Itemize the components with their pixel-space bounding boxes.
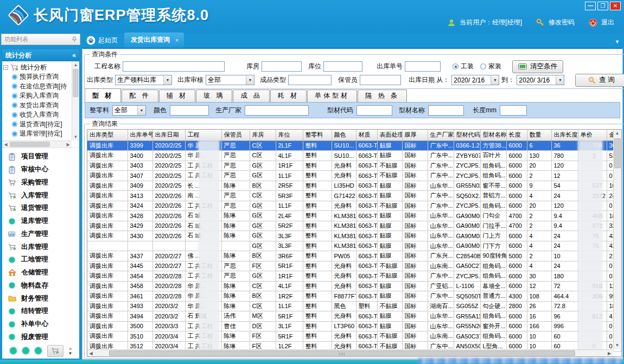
table-cell[interactable]: 整料	[303, 331, 332, 342]
table-cell[interactable]: 广东中...	[428, 171, 454, 181]
scroll-left-icon[interactable]: ◀	[2, 141, 9, 148]
table-cell[interactable]: 0366-1.2	[454, 141, 480, 151]
tree-item[interactable]: 发货出库查询	[3, 101, 71, 111]
table-cell[interactable]: G区	[250, 201, 276, 211]
table-cell[interactable]: 6063-T5	[356, 251, 377, 261]
table-cell[interactable]: 严思	[221, 191, 250, 201]
profile-name-input[interactable]	[428, 105, 464, 116]
column-header[interactable]: 出库长度	[551, 130, 578, 141]
table-cell[interactable]: GR55N02	[454, 181, 480, 191]
table-row[interactable]: 调拨出库34002020/2/25华 原...严思C区4L1F整料SU10...…	[87, 151, 621, 161]
table-cell[interactable]: 3L1F	[276, 321, 303, 331]
table-cell[interactable]: SQ50X2...	[454, 191, 480, 201]
table-cell[interactable]: 4700	[506, 211, 527, 221]
table-cell[interactable]: 6000	[506, 271, 527, 282]
table-cell[interactable]: ZYCJP5...	[454, 161, 480, 171]
table-cell[interactable]: 3430	[128, 231, 152, 241]
table-cell[interactable]: 山东南...	[428, 331, 454, 342]
table-cell[interactable]: 6000	[506, 321, 527, 331]
table-cell[interactable]: 3500	[128, 321, 152, 331]
table-cell[interactable]: 山东华...	[428, 181, 454, 191]
scroll-down-icon[interactable]: ▼	[72, 133, 79, 141]
table-cell[interactable]: 6063-T5	[356, 271, 377, 282]
table-cell[interactable]: 国标	[402, 151, 428, 161]
table-cell[interactable]: 国标	[402, 301, 428, 311]
table-cell[interactable]: 2020/2/25	[152, 141, 185, 151]
table-cell[interactable]: 严思	[221, 271, 250, 282]
table-cell[interactable]: 36	[551, 141, 578, 151]
table-cell[interactable]: 6063-T5	[356, 261, 377, 271]
table-cell[interactable]: 5R1F	[276, 261, 303, 271]
table-cell[interactable]: 2020/3/2	[152, 311, 185, 322]
table-cell[interactable]: 2020/3/4	[152, 331, 185, 342]
table-cell[interactable]: B区	[250, 181, 276, 191]
teal-circle-icon[interactable]	[10, 347, 17, 354]
tab-shipping-query[interactable]: 发货出库查询 ×	[124, 33, 184, 48]
scrollbar-thumb[interactable]	[614, 138, 621, 168]
table-cell[interactable]: 调拨出库	[87, 321, 128, 331]
table-cell[interactable]: 4700	[506, 221, 527, 231]
table-cell[interactable]: C区	[250, 191, 276, 201]
table-cell[interactable]: PW05	[332, 251, 356, 261]
table-cell[interactable]: 4L1F	[276, 281, 303, 291]
table-cell[interactable]: 山东华...	[428, 231, 454, 241]
table-cell[interactable]: 5R3F	[276, 191, 303, 201]
location-input[interactable]	[323, 61, 362, 72]
table-row[interactable]: 调拨出库34612020/2/28华 原...陈琳B区1R2F整料F8877FT…	[87, 291, 621, 302]
sidebar-item[interactable]: 审核中心	[8, 164, 79, 175]
table-cell[interactable]: F8877FT	[332, 291, 356, 302]
table-cell[interactable]: D区	[250, 321, 276, 331]
table-cell[interactable]: 780	[551, 151, 578, 161]
column-header[interactable]: 生产厂家	[428, 130, 454, 141]
sidebar-item[interactable]: 出库管理	[8, 241, 79, 252]
table-cell[interactable]: 6000	[506, 281, 527, 291]
table-cell[interactable]: 贴膜	[377, 311, 402, 322]
table-cell[interactable]: 国标	[402, 201, 428, 211]
table-cell[interactable]: 山东华...	[428, 321, 454, 331]
table-cell[interactable]: 6063-T5	[356, 221, 377, 231]
column-header[interactable]: 表面处理	[377, 130, 402, 141]
table-cell[interactable]: 广东中...	[428, 151, 454, 161]
tree-horizontal-scrollbar[interactable]: ◀ ▶	[2, 141, 72, 148]
sidebar-section-header[interactable]: 统计分析 «	[2, 49, 79, 61]
table-row[interactable]: 调拨出库34452020/2/27工 共工程严思F区5R1F整料光身料6063-…	[87, 261, 621, 271]
table-cell[interactable]: 不贴膜	[377, 261, 402, 271]
table-cell[interactable]: GA90M07.	[454, 221, 480, 231]
table-cell[interactable]: 严思	[221, 201, 250, 211]
table-cell[interactable]: 国标	[402, 271, 428, 282]
table-cell[interactable]: 2R5F	[276, 181, 303, 191]
table-cell[interactable]: 不贴膜	[377, 331, 402, 342]
table-cell[interactable]	[87, 241, 128, 251]
table-cell[interactable]: 6000	[506, 201, 527, 211]
table-cell[interactable]: 广亚铝...	[428, 281, 454, 291]
table-cell[interactable]: 陈琳	[221, 281, 250, 291]
table-cell[interactable]: 严思	[221, 161, 250, 171]
table-cell[interactable]: 1R1F	[276, 161, 303, 171]
table-cell[interactable]: 国标	[402, 191, 428, 201]
table-cell[interactable]: 整料	[303, 141, 332, 151]
table-cell[interactable]: 整料	[303, 231, 332, 241]
table-cell[interactable]: 2020/2/25	[152, 171, 185, 181]
grid-vertical-scrollbar[interactable]: ▲ ▼	[613, 130, 621, 349]
table-cell[interactable]: 12	[551, 171, 578, 181]
table-cell[interactable]: 严思	[221, 151, 250, 161]
table-cell[interactable]: G区	[250, 231, 276, 241]
table-cell[interactable]: 4	[527, 241, 551, 251]
tree-item[interactable]: 在途信息查询[待	[3, 82, 71, 92]
table-cell[interactable]: 整料	[303, 241, 332, 251]
sidebar-item[interactable]: 退库管理	[8, 216, 79, 227]
column-header[interactable]: 库房	[250, 130, 276, 141]
sidebar-item[interactable]: 项目管理	[8, 151, 79, 162]
table-cell[interactable]: 2020/2/28	[152, 291, 185, 302]
table-cell[interactable]: 窗不带...	[480, 181, 506, 191]
sidebar-item[interactable]: 采购管理	[8, 177, 79, 188]
tree-expander-icon[interactable]: −	[3, 65, 8, 70]
table-cell[interactable]: 陈琳	[221, 331, 250, 342]
material-tab[interactable]: 成 品	[233, 90, 269, 102]
sidebar-item[interactable]: 财务管理	[8, 293, 79, 304]
table-cell[interactable]: 方管38...	[480, 141, 506, 151]
table-cell[interactable]: 贴膜	[377, 321, 402, 331]
column-header[interactable]: 出库日期	[152, 130, 185, 141]
table-cell[interactable]: 10	[551, 251, 578, 261]
table-cell[interactable]: 6063-T5	[356, 161, 377, 171]
